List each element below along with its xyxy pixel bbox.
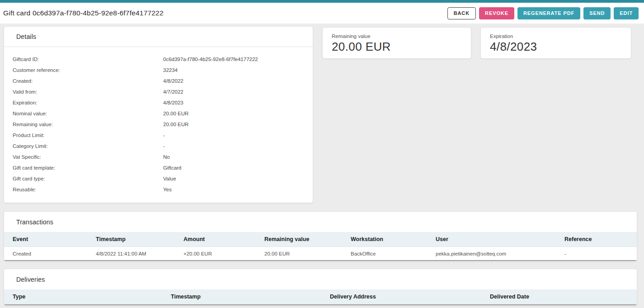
remaining-value-label: Remaining value: [332, 33, 462, 39]
transactions-column-header: Event: [13, 236, 96, 242]
detail-label: Valid from:: [13, 89, 163, 95]
detail-value: Value: [163, 176, 176, 181]
detail-label: Category Limit:: [13, 143, 163, 149]
detail-label: Gift card template:: [13, 165, 163, 171]
detail-row: Product Limit: -: [4, 130, 313, 141]
deliveries-table-header: Type Timestamp Delivery Address Delivere…: [4, 289, 637, 304]
remaining-value-card: Remaining value 20.00 EUR: [322, 27, 471, 59]
expiration-label: Expiration: [490, 33, 622, 39]
detail-value: Yes: [163, 187, 172, 192]
detail-value: Giftcard: [163, 165, 181, 171]
deliveries-column-header: Type: [13, 294, 171, 300]
detail-label: Gift card type:: [13, 176, 163, 181]
detail-label: Nominal value:: [13, 111, 163, 116]
transaction-row: Created 4/8/2022 11:41:00 AM +20.00 EUR …: [4, 247, 637, 260]
detail-value: 32234: [163, 67, 178, 73]
detail-row: Remaining value: 20.00 EUR: [4, 119, 313, 130]
edit-button[interactable]: EDIT: [614, 7, 639, 19]
transactions-table-header: Event Timestamp Amount Remaining value W…: [4, 232, 637, 247]
detail-label: Giftcard ID:: [13, 57, 163, 62]
transaction-user: pekka.pietikainen@solteq.com: [436, 251, 564, 256]
details-rows: Giftcard ID: 0c6d397a-f780-4b25-92e8-6f7…: [4, 47, 313, 195]
transactions-table-bottom-border: [4, 260, 637, 261]
detail-row: Reusable: Yes: [4, 184, 313, 195]
transactions-table-body: Created 4/8/2022 11:41:00 AM +20.00 EUR …: [4, 247, 637, 260]
transactions-column-header: Timestamp: [96, 236, 183, 242]
detail-value: 4/7/2022: [163, 89, 183, 95]
detail-row: Valid from: 4/7/2022: [4, 86, 313, 97]
detail-label: Expiration:: [13, 100, 163, 105]
detail-row: Vat Specific: No: [4, 152, 313, 162]
detail-label: Vat Specific:: [13, 154, 163, 160]
detail-row: Nominal value: 20.00 EUR: [4, 108, 313, 119]
details-title: Details: [4, 27, 313, 47]
deliveries-column-header: Delivered Date: [490, 294, 637, 300]
detail-label: Remaining value:: [13, 122, 163, 127]
detail-value: 20.00 EUR: [163, 111, 188, 116]
detail-label: Created:: [13, 78, 163, 84]
detail-row: Giftcard ID: 0c6d397a-f780-4b25-92e8-6f7…: [4, 54, 313, 65]
deliveries-title: Deliveries: [4, 269, 637, 289]
deliveries-card: Deliveries Type Timestamp Delivery Addre…: [4, 269, 637, 306]
back-button[interactable]: BACK: [447, 7, 476, 19]
detail-row: Category Limit: -: [4, 141, 313, 152]
details-card: Details Giftcard ID: 0c6d397a-f780-4b25-…: [4, 26, 313, 203]
detail-label: Reusable:: [13, 187, 163, 192]
transactions-column-header: User: [436, 236, 564, 242]
transactions-card: Transactions Event Timestamp Amount Rema…: [4, 211, 637, 261]
detail-row: Created: 4/8/2022: [4, 76, 313, 86]
transaction-reference: -: [564, 251, 637, 256]
detail-value: 4/8/2022: [163, 78, 183, 84]
header-actions: BACK REVOKE REGENERATE PDF SEND EDIT: [447, 7, 639, 19]
detail-value: -: [163, 133, 165, 138]
detail-value: 4/8/2023: [163, 100, 183, 105]
transaction-event: Created: [13, 251, 96, 256]
detail-row: Gift card template: Giftcard: [4, 162, 313, 173]
transaction-amount: +20.00 EUR: [183, 251, 264, 256]
transactions-column-header: Remaining value: [264, 236, 351, 242]
revoke-button[interactable]: REVOKE: [479, 7, 514, 19]
page-header: Gift card 0c6d397a-f780-4b25-92e8-6f7fe4…: [0, 3, 644, 24]
deliveries-column-header: Delivery Address: [330, 294, 490, 300]
summary-cards: Remaining value 20.00 EUR Expiration 4/8…: [322, 27, 631, 203]
detail-value: 20.00 EUR: [163, 122, 188, 127]
detail-value: No: [163, 154, 170, 160]
detail-row: Expiration: 4/8/2023: [4, 97, 313, 108]
transactions-column-header: Workstation: [351, 236, 436, 242]
remaining-value-amount: 20.00 EUR: [332, 40, 462, 54]
expiration-card: Expiration 4/8/2023: [480, 27, 631, 59]
detail-value: 0c6d397a-f780-4b25-92e8-6f7fe4177222: [163, 57, 258, 62]
expiration-date: 4/8/2023: [490, 40, 622, 54]
send-button[interactable]: SEND: [583, 7, 611, 19]
transaction-timestamp: 4/8/2022 11:41:00 AM: [96, 251, 183, 256]
regenerate-pdf-button[interactable]: REGENERATE PDF: [517, 7, 580, 19]
transaction-remaining-value: 20.00 EUR: [264, 251, 351, 256]
deliveries-column-header: Timestamp: [171, 294, 330, 300]
transactions-column-header: Amount: [183, 236, 264, 242]
transactions-column-header: Reference: [564, 236, 637, 242]
detail-label: Product Limit:: [13, 133, 163, 138]
deliveries-table-bottom-border: [4, 304, 637, 305]
detail-row: Customer reference: 32234: [4, 65, 313, 76]
detail-row: Gift card type: Value: [4, 173, 313, 184]
transaction-workstation: BackOffice: [351, 251, 436, 256]
detail-label: Customer reference:: [13, 67, 163, 73]
page-title: Gift card 0c6d397a-f780-4b25-92e8-6f7fe4…: [3, 9, 164, 17]
detail-value: -: [163, 143, 165, 149]
transactions-title: Transactions: [4, 212, 637, 232]
top-content-row: Details Giftcard ID: 0c6d397a-f780-4b25-…: [0, 26, 644, 203]
